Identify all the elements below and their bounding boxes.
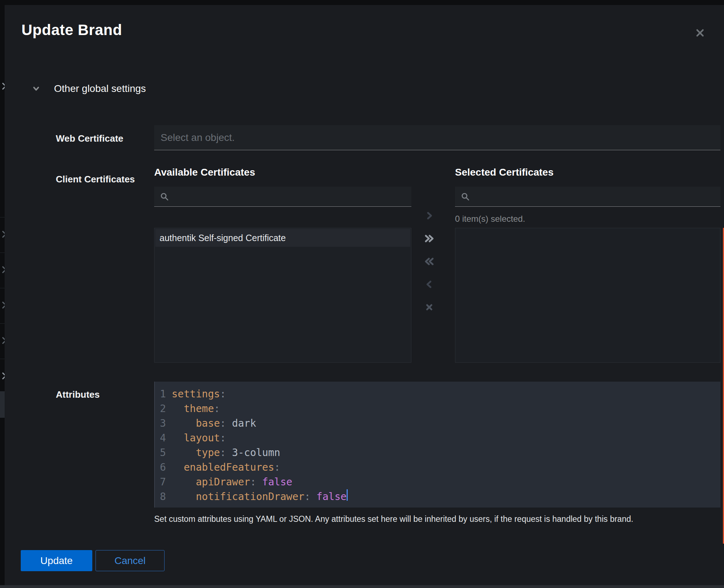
section-toggle-other-global-settings[interactable]: Other global settings: [31, 83, 146, 94]
list-item-certificate[interactable]: authentik Self-signed Certificate: [155, 229, 410, 247]
highlighted-row-fragment: [0, 391, 5, 418]
close-button[interactable]: [691, 24, 709, 42]
add-selected-button[interactable]: [421, 208, 437, 224]
backdrop-left-sliver: [0, 0, 5, 588]
available-list: authentik Self-signed Certificate: [154, 228, 411, 363]
web-certificate-select[interactable]: [154, 125, 720, 150]
editor-line: 2 theme:: [155, 401, 720, 416]
editor-line: 3 base: dark: [155, 416, 720, 431]
available-certificates-header: Available Certificates: [154, 167, 255, 178]
editor-line: 1settings:: [155, 387, 720, 401]
selected-search: [455, 187, 720, 207]
chevron-left-icon: [424, 279, 434, 289]
divider: [0, 253, 5, 253]
chevron-right-icon: [424, 211, 434, 221]
add-all-button[interactable]: [421, 231, 437, 246]
editor-line: 6 enabledFeatures:: [155, 460, 720, 475]
attributes-code-editor[interactable]: 1settings: 2 theme: 3 base: dark 4 layou…: [154, 382, 720, 508]
screen: Update Brand Other global settings Web C…: [0, 0, 724, 588]
web-certificate-label: Web Certificate: [56, 133, 123, 144]
chevron-fragment-icon: [0, 337, 5, 344]
selected-count-status: 0 item(s) selected.: [455, 214, 525, 224]
close-icon: [694, 27, 706, 39]
editor-line: 8 notificationDrawer: false: [155, 489, 720, 504]
times-icon: [424, 302, 434, 312]
editor-line: 7 apiDrawer: false: [155, 475, 720, 489]
selected-search-input[interactable]: [455, 187, 720, 207]
remove-all-button[interactable]: [421, 254, 437, 269]
chevron-fragment-icon: [0, 266, 5, 273]
available-search-input[interactable]: [154, 187, 411, 207]
divider: [0, 217, 5, 217]
selected-certificates-header: Selected Certificates: [455, 167, 553, 178]
client-certificates-label: Client Certificates: [56, 174, 135, 185]
bottom-edge-strip: [0, 585, 724, 588]
double-chevron-right-icon: [423, 234, 435, 244]
modal-title: Update Brand: [21, 21, 122, 39]
chevron-fragment-icon: [0, 302, 5, 309]
cancel-button[interactable]: Cancel: [96, 550, 165, 571]
chevron-down-icon: [31, 84, 41, 94]
update-button[interactable]: Update: [21, 550, 92, 571]
available-search: [154, 187, 411, 207]
editor-line: 5 type: 3-column: [155, 445, 720, 460]
attributes-label: Attributes: [56, 389, 100, 400]
text-cursor: [347, 489, 348, 501]
chevron-fragment-icon: [0, 372, 5, 379]
backdrop-top-strip: [0, 0, 724, 5]
chevron-fragment-icon: [0, 231, 5, 238]
divider: [0, 359, 5, 359]
editor-line: 4 layout:: [155, 431, 720, 445]
attributes-help-text: Set custom attributes using YAML or JSON…: [154, 514, 724, 524]
section-label: Other global settings: [54, 83, 146, 94]
chevron-fragment-icon: [0, 83, 5, 90]
clear-selection-button[interactable]: [421, 299, 437, 315]
double-chevron-left-icon: [423, 256, 435, 266]
remove-selected-button[interactable]: [421, 276, 437, 292]
divider: [0, 288, 5, 288]
update-brand-modal: Update Brand Other global settings Web C…: [5, 5, 724, 588]
divider: [0, 323, 5, 324]
selected-list: [455, 228, 720, 363]
